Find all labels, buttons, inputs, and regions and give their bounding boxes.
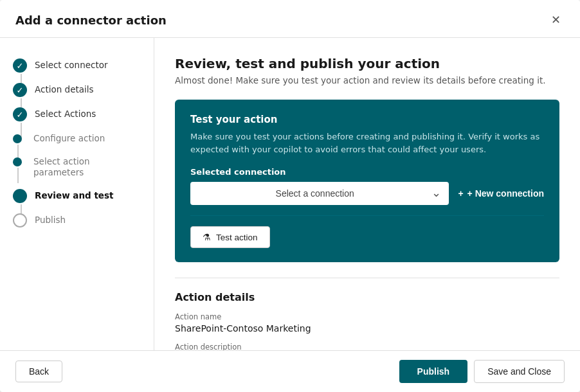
- step-label-select-actions: Select Actions: [35, 107, 96, 120]
- step-icon-select-action-parameters: [13, 157, 22, 166]
- test-card: Test your action Make sure you test your…: [175, 100, 559, 262]
- connection-row: Select a connection ⌄ + + New connection: [190, 182, 544, 205]
- action-description-field: Action description: [175, 343, 559, 350]
- plus-icon: +: [458, 188, 463, 199]
- step-label-select-connector: Select connector: [35, 58, 108, 71]
- beaker-icon: ⚗: [203, 232, 211, 242]
- step-label-publish: Publish: [35, 213, 66, 226]
- sidebar-item-select-actions[interactable]: ✓ Select Actions: [0, 102, 154, 127]
- test-card-title: Test your action: [190, 114, 544, 125]
- connection-select-dropdown[interactable]: Select a connection ⌄: [190, 182, 449, 205]
- step-label-select-action-parameters: Select action parameters: [33, 155, 141, 179]
- step-icon-select-connector: ✓: [13, 58, 27, 73]
- modal-body: ✓ Select connector ✓ Action details ✓ Se…: [0, 38, 580, 350]
- publish-button[interactable]: Publish: [399, 360, 468, 383]
- step-label-review-and-test: Review and test: [35, 189, 114, 202]
- sidebar-item-select-action-parameters[interactable]: Select action parameters: [0, 150, 154, 184]
- checkmark-icon: ✓: [17, 61, 24, 71]
- modal-footer: Back Publish Save and Close: [0, 350, 580, 392]
- step-icon-publish: [13, 213, 27, 227]
- action-description-label: Action description: [175, 343, 559, 350]
- action-name-field: Action name SharePoint-Contoso Marketing: [175, 312, 559, 334]
- step-icon-review-and-test: [13, 189, 27, 203]
- back-button[interactable]: Back: [15, 361, 62, 382]
- connection-select-text: Select a connection: [198, 188, 431, 199]
- footer-left: Back: [15, 361, 399, 382]
- sidebar-item-review-and-test[interactable]: Review and test: [0, 184, 154, 208]
- step-icon-action-details: ✓: [13, 83, 27, 97]
- page-subtitle: Almost done! Make sure you test your act…: [175, 75, 559, 85]
- modal-title: Add a connector action: [15, 13, 167, 27]
- step-label-configure-action: Configure action: [33, 132, 105, 145]
- action-details-section: Action details Action name SharePoint-Co…: [175, 278, 559, 350]
- sidebar-item-action-details[interactable]: ✓ Action details: [0, 78, 154, 102]
- new-connection-label: + New connection: [467, 188, 544, 199]
- chevron-down-icon: ⌄: [431, 186, 441, 200]
- save-close-button[interactable]: Save and Close: [474, 360, 565, 383]
- test-action-button[interactable]: ⚗ Test action: [190, 226, 270, 248]
- card-divider: [190, 215, 544, 216]
- sidebar-item-configure-action[interactable]: Configure action: [0, 127, 154, 150]
- sidebar: ✓ Select connector ✓ Action details ✓ Se…: [0, 38, 154, 350]
- connection-label: Selected connection: [190, 167, 544, 177]
- close-icon: ✕: [551, 13, 561, 27]
- close-button[interactable]: ✕: [547, 12, 565, 28]
- test-action-label: Test action: [216, 233, 258, 242]
- step-label-action-details: Action details: [35, 83, 94, 96]
- test-card-description: Make sure you test your actions before c…: [190, 130, 544, 156]
- sidebar-item-publish[interactable]: Publish: [0, 208, 154, 233]
- checkmark-icon-2: ✓: [17, 85, 24, 95]
- action-name-label: Action name: [175, 312, 559, 321]
- action-details-title: Action details: [175, 291, 559, 303]
- step-connector-5: [17, 168, 19, 183]
- page-title: Review, test and publish your action: [175, 56, 559, 71]
- new-connection-button[interactable]: + + New connection: [458, 188, 544, 199]
- checkmark-icon-3: ✓: [17, 110, 24, 120]
- modal-container: Add a connector action ✕ ✓ Select connec…: [0, 0, 580, 392]
- modal-header: Add a connector action ✕: [0, 0, 580, 38]
- sidebar-item-select-connector[interactable]: ✓ Select connector: [0, 53, 154, 78]
- action-name-value: SharePoint-Contoso Marketing: [175, 323, 559, 334]
- step-icon-configure-action: [13, 134, 22, 143]
- footer-right: Publish Save and Close: [399, 360, 565, 383]
- main-content: Review, test and publish your action Alm…: [154, 38, 580, 350]
- step-icon-select-actions: ✓: [13, 107, 27, 121]
